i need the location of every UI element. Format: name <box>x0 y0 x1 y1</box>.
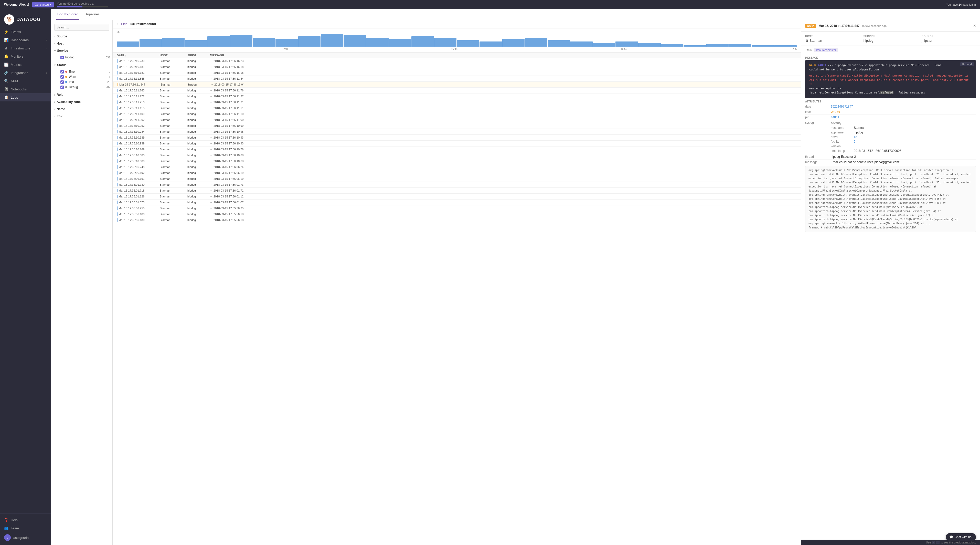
chart-bar <box>344 35 366 46</box>
facet-header-az[interactable]: › Availability zone <box>51 98 112 105</box>
progress-fill <box>57 6 83 8</box>
sidebar-item-dashboards[interactable]: 📊 Dashboards › <box>0 36 51 44</box>
facet-header-status[interactable]: ▾ Status <box>51 62 112 69</box>
log-row[interactable]: Mar 15 17:36:11.210 Starman hipdog → 201… <box>113 99 801 105</box>
facet-checkbox-info[interactable] <box>60 80 64 84</box>
log-row[interactable]: Mar 15 17:36:16.181 Starman hipdog → 201… <box>113 64 801 70</box>
chevron-right-icon: › <box>46 71 47 75</box>
log-message: → 2018-03-15 17:36:11.00 <box>210 118 797 121</box>
facet-item-error[interactable]: Error 0 <box>58 69 112 74</box>
facet-item-info[interactable]: Info 323 <box>58 80 112 84</box>
chevron-down-icon: ▾ <box>50 3 51 6</box>
tag-source-jhipster[interactable]: #source:jhipster <box>814 48 838 52</box>
log-row[interactable]: Mar 15 17:36:11.763 Starman hipdog → 201… <box>113 88 801 94</box>
facet-header-service[interactable]: ▾ Service <box>51 47 112 54</box>
log-row-date-cell: Mar 15 17:36:01.718 <box>117 189 158 192</box>
log-row[interactable]: Mar 15 17:36:11.847 Starman hipdog → 201… <box>113 82 801 88</box>
chart-bar <box>593 43 616 46</box>
facet-checkbox-debug[interactable] <box>60 86 64 89</box>
log-row[interactable]: Mar 15 17:36:01.730 Starman hipdog → 201… <box>113 182 801 188</box>
sidebar-item-team[interactable]: 👥 Team <box>0 524 51 532</box>
log-row[interactable]: Mar 15 17:35:56.180 Starman hipdog → 201… <box>113 217 801 223</box>
log-date: Mar 15 17:36:01.073 <box>119 201 145 204</box>
log-row[interactable]: Mar 15 17:36:06.192 Starman hipdog → 201… <box>113 170 801 176</box>
log-row[interactable]: Mar 15 17:36:01.126 Starman hipdog → 201… <box>113 194 801 199</box>
log-message: → 2018-03-15 17:35:56.25 <box>210 207 797 210</box>
sidebar-item-user[interactable]: a aseignurin <box>0 532 51 543</box>
facet-checkbox-error[interactable] <box>60 70 64 73</box>
log-row[interactable]: Mar 15 17:36:01.718 Starman hipdog → 201… <box>113 188 801 194</box>
facet-item-warn[interactable]: Warn 1 <box>58 74 112 80</box>
collapse-button[interactable]: ‹ <box>117 22 118 26</box>
log-row[interactable]: Mar 15 17:36:10.939 Starman hipdog → 201… <box>113 140 801 147</box>
facet-item-hipdog[interactable]: hipdog 531 <box>58 55 112 60</box>
facet-header-role[interactable]: › Role <box>51 91 112 98</box>
log-row[interactable]: Mar 15 17:36:10.992 Starman hipdog → 201… <box>113 123 801 129</box>
facet-header-name[interactable]: › Name <box>51 105 112 113</box>
sidebar-item-help[interactable]: ❓ Help <box>0 516 51 524</box>
log-row[interactable]: Mar 15 17:36:11.272 Starman hipdog → 201… <box>113 94 801 99</box>
sidebar-item-notebooks[interactable]: 📓 Notebooks <box>0 85 51 93</box>
level-indicator <box>117 112 118 116</box>
log-service: hipdog <box>188 95 208 98</box>
log-row[interactable]: Mar 15 17:36:01.073 Starman hipdog → 201… <box>113 199 801 206</box>
log-row[interactable]: Mar 15 17:36:06.248 Starman hipdog → 201… <box>113 164 801 170</box>
log-row[interactable]: Mar 15 17:36:10.680 Starman hipdog → 201… <box>113 158 801 164</box>
log-row[interactable]: Mar 15 17:36:10.680 Starman hipdog → 201… <box>113 152 801 158</box>
chat-button[interactable]: 💬 Chat with us! <box>946 533 976 541</box>
sidebar-item-infrastructure[interactable]: 🖥 Infrastructure › <box>0 44 51 52</box>
log-row[interactable]: Mar 15 17:36:16.239 Starman hipdog → 201… <box>113 58 801 64</box>
expand-button[interactable]: Expand <box>960 62 974 66</box>
attributes-section: date 1521149771847 level WARN pid 44811 <box>801 104 980 165</box>
detail-timestamp: Mar 15, 2018 at 17:36:11.847 <box>819 24 860 28</box>
content-area: Log Explorer Pipelines › Source <box>51 9 980 545</box>
log-row[interactable]: Mar 15 17:36:11.848 Starman hipdog → 201… <box>113 76 801 82</box>
facet-group-host: › Host <box>51 40 112 47</box>
log-host: Starman <box>160 154 185 157</box>
attr-key-date: date <box>805 105 831 108</box>
facet-header-env[interactable]: › Env <box>51 113 112 120</box>
sidebar-nav: ⚡ Events 📊 Dashboards › 🖥 Infrastructure… <box>0 28 51 513</box>
log-row-date-cell: Mar 15 17:36:10.939 <box>117 142 158 145</box>
facets-panel: › Source › Host ▾ Service <box>51 20 113 545</box>
facet-checkbox-hipdog[interactable] <box>60 56 64 59</box>
facet-header-source[interactable]: › Source <box>51 33 112 40</box>
facet-header-host[interactable]: › Host <box>51 40 112 47</box>
tab-log-explorer[interactable]: Log Explorer <box>56 9 79 20</box>
log-row[interactable]: Mar 15 17:35:56.180 Starman hipdog → 201… <box>113 211 801 217</box>
sidebar-item-logs[interactable]: 📋 Logs <box>0 93 51 101</box>
detail-body: MESSAGE Expand WARN 44811 --- hipdog-Exe… <box>801 54 980 540</box>
log-row[interactable]: Mar 15 17:35:56.255 Starman hipdog → 201… <box>113 206 801 211</box>
log-date: Mar 15 17:36:16.239 <box>119 59 145 62</box>
tab-pipelines[interactable]: Pipelines <box>85 9 100 20</box>
log-row-date-cell: Mar 15 17:35:56.180 <box>117 212 158 216</box>
sidebar-item-metrics[interactable]: 📈 Metrics <box>0 61 51 69</box>
log-row[interactable]: Mar 15 17:36:10.769 Starman hipdog → 201… <box>113 147 801 152</box>
get-started-button[interactable]: Get started ▾ <box>32 2 54 8</box>
log-row[interactable]: Mar 15 17:36:11.109 Starman hipdog → 201… <box>113 111 801 117</box>
meta-host-label: HOST <box>805 35 859 38</box>
sidebar-item-apm[interactable]: 🔍 APM <box>0 77 51 85</box>
log-row-date-cell: Mar 15 17:36:01.073 <box>117 201 158 204</box>
log-row-date-cell: Mar 15 17:36:11.002 <box>117 118 158 122</box>
facet-checkbox-warn[interactable] <box>60 75 64 79</box>
log-row[interactable]: Mar 15 17:36:11.115 Starman hipdog → 201… <box>113 105 801 111</box>
log-row-date-cell: Mar 15 17:35:56.180 <box>117 218 158 222</box>
log-row[interactable]: Mar 15 17:36:06.191 Starman hipdog → 201… <box>113 176 801 182</box>
log-service: hipdog <box>188 159 208 163</box>
log-host: Starman <box>161 83 186 86</box>
close-button[interactable]: × <box>973 23 976 29</box>
sidebar-item-integrations[interactable]: 🔗 Integrations › <box>0 69 51 77</box>
log-date: Mar 15 17:36:06.191 <box>119 177 145 180</box>
log-row[interactable]: Mar 15 17:36:10.939 Starman hipdog → 201… <box>113 135 801 140</box>
level-indicator <box>117 148 118 151</box>
sidebar-item-events[interactable]: ⚡ Events <box>0 28 51 36</box>
facet-item-debug[interactable]: Debug 207 <box>58 84 112 90</box>
search-input[interactable] <box>54 24 109 31</box>
hide-button[interactable]: Hide <box>121 22 127 26</box>
log-row[interactable]: Mar 15 17:36:11.002 Starman hipdog → 201… <box>113 117 801 123</box>
message-line1: WARN 44811 --- hipdog-Executor-2 c.ippon… <box>809 63 972 68</box>
sidebar-item-monitors[interactable]: 🔔 Monitors <box>0 52 51 61</box>
log-row[interactable]: Mar 15 17:36:16.181 Starman hipdog → 201… <box>113 70 801 76</box>
log-row[interactable]: Mar 15 17:36:10.984 Starman hipdog → 201… <box>113 129 801 135</box>
